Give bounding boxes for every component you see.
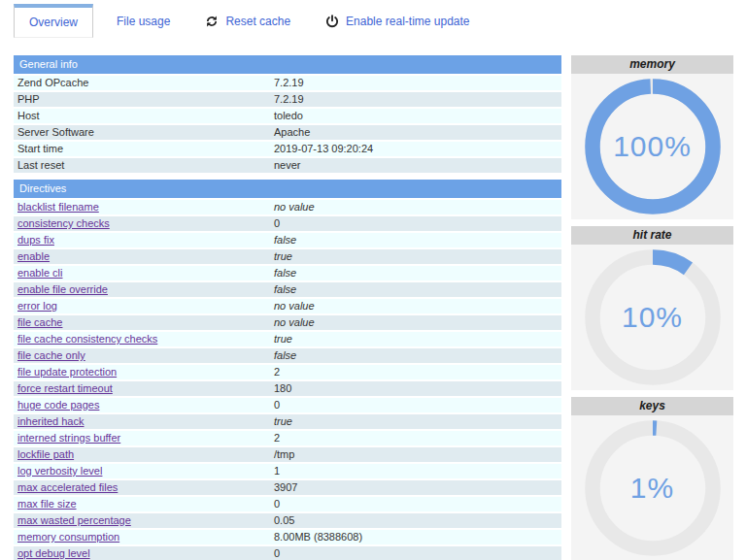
directive-link[interactable]: file cache consistency checks <box>17 333 157 345</box>
directive-link[interactable]: max accelerated files <box>17 481 118 493</box>
table-row: max file size0 <box>14 497 561 513</box>
general-info-header: General info <box>14 55 561 76</box>
table-row: enable file overridefalse <box>14 282 561 299</box>
directive-link[interactable]: log verbosity level <box>17 465 102 477</box>
directive-name-cell: file cache <box>14 315 270 332</box>
tab-overview[interactable]: Overview <box>14 4 93 38</box>
table-row: interned strings buffer2 <box>14 431 561 447</box>
directive-name-cell: file cache consistency checks <box>14 332 270 348</box>
value-cell: 0 <box>270 546 561 560</box>
directive-name-cell: dups fix <box>14 233 270 249</box>
memory-gauge-panel: memory 100% <box>571 55 733 219</box>
table-row: dups fixfalse <box>14 233 561 249</box>
directive-name-cell: max accelerated files <box>14 480 270 497</box>
memory-gauge: 100% <box>571 74 733 219</box>
directive-name-cell: file update protection <box>14 365 270 381</box>
table-row: file cache consistency checkstrue <box>14 332 561 348</box>
value-cell: no value <box>270 315 561 332</box>
tab-reset-cache-label: Reset cache <box>225 15 290 28</box>
directive-name-cell: error log <box>14 299 270 315</box>
directives-table: Directives blacklist filenameno valuecon… <box>14 180 561 560</box>
directive-link[interactable]: enable file override <box>17 283 108 295</box>
info-label-cell: PHP <box>14 92 270 109</box>
table-row: log verbosity level1 <box>14 464 561 480</box>
directive-name-cell: max file size <box>14 497 270 513</box>
tab-reset-cache[interactable]: Reset cache <box>193 4 302 38</box>
info-label-cell: Start time <box>14 142 270 158</box>
table-row: inherited hacktrue <box>14 414 561 431</box>
value-cell: 180 <box>270 381 561 398</box>
directive-link[interactable]: file update protection <box>17 366 117 378</box>
table-row: opt debug level0 <box>14 546 561 560</box>
directive-link[interactable]: file cache only <box>17 349 85 361</box>
keys-gauge-panel: keys 1% <box>571 397 733 560</box>
directive-name-cell: enable file override <box>14 282 270 299</box>
value-cell: 3907 <box>270 480 561 497</box>
directive-link[interactable]: enable <box>17 250 50 262</box>
value-cell: 2019-07-13 09:20:24 <box>270 142 561 158</box>
directive-link[interactable]: consistency checks <box>17 217 110 229</box>
table-row: file update protection2 <box>14 365 561 381</box>
tab-overview-label: Overview <box>29 16 78 29</box>
directive-link[interactable]: huge code pages <box>17 399 99 411</box>
table-row: enabletrue <box>14 249 561 266</box>
value-cell: 2 <box>270 431 561 447</box>
table-row: max accelerated files3907 <box>14 480 561 497</box>
directive-link[interactable]: max file size <box>17 498 77 510</box>
table-row: PHP7.2.19 <box>14 92 561 109</box>
table-row: consistency checks0 <box>14 216 561 233</box>
value-cell: true <box>270 414 561 431</box>
table-row: force restart timeout180 <box>14 381 561 398</box>
value-cell: false <box>270 282 561 299</box>
directive-link[interactable]: file cache <box>17 316 62 328</box>
general-info-table: General info Zend OPcache7.2.19PHP7.2.19… <box>14 55 561 175</box>
table-row: lockfile path/tmp <box>14 447 561 464</box>
table-row: error logno value <box>14 299 561 315</box>
table-row: blacklist filenameno value <box>14 200 561 216</box>
table-row: Hosttoledo <box>14 109 561 125</box>
hit-rate-gauge-panel: hit rate 10% <box>571 226 733 390</box>
directive-link[interactable]: enable cli <box>17 267 62 279</box>
hit-rate-gauge: 10% <box>571 245 733 390</box>
value-cell: toledo <box>270 109 561 125</box>
directive-link[interactable]: inherited hack <box>17 415 85 427</box>
directive-link[interactable]: error log <box>17 300 57 312</box>
tab-bar: Overview File usage Reset cache <box>0 0 746 38</box>
directive-link[interactable]: force restart timeout <box>17 382 113 394</box>
tab-file-usage[interactable]: File usage <box>105 4 182 38</box>
table-row: file cache onlyfalse <box>14 348 561 365</box>
directive-link[interactable]: blacklist filename <box>17 201 99 213</box>
info-label-cell: Server Software <box>14 125 270 142</box>
directive-name-cell: file cache only <box>14 348 270 365</box>
table-row: Start time2019-07-13 09:20:24 <box>14 142 561 158</box>
table-row: huge code pages0 <box>14 398 561 414</box>
directive-name-cell: opt debug level <box>14 546 270 560</box>
value-cell: 0 <box>270 497 561 513</box>
value-cell: false <box>270 266 561 282</box>
hit-rate-percentage: 10% <box>571 245 733 390</box>
tab-enable-realtime-label: Enable real-time update <box>346 15 469 28</box>
directive-name-cell: max wasted percentage <box>14 513 270 530</box>
directive-link[interactable]: dups fix <box>17 234 54 246</box>
table-row: Server SoftwareApache <box>14 125 561 142</box>
value-cell: /tmp <box>270 447 561 464</box>
table-row: file cacheno value <box>14 315 561 332</box>
table-row: Last resetnever <box>14 158 561 175</box>
tab-enable-realtime[interactable]: Enable real-time update <box>314 4 481 38</box>
value-cell: 7.2.19 <box>270 76 561 92</box>
value-cell: Apache <box>270 125 561 142</box>
directive-link[interactable]: memory consumption <box>17 531 119 543</box>
table-row: memory consumption8.00MB (8388608) <box>14 530 561 546</box>
content-area: General info Zend OPcache7.2.19PHP7.2.19… <box>0 55 746 560</box>
directive-link[interactable]: interned strings buffer <box>17 432 120 444</box>
directive-name-cell: log verbosity level <box>14 464 270 480</box>
directive-name-cell: enable <box>14 249 270 266</box>
info-label-cell: Zend OPcache <box>14 76 270 92</box>
table-row: Zend OPcache7.2.19 <box>14 76 561 92</box>
info-label-cell: Last reset <box>14 158 270 175</box>
value-cell: 1 <box>270 464 561 480</box>
directive-link[interactable]: lockfile path <box>17 448 74 460</box>
directive-name-cell: enable cli <box>14 266 270 282</box>
directive-link[interactable]: opt debug level <box>17 547 90 559</box>
directive-link[interactable]: max wasted percentage <box>17 514 131 526</box>
